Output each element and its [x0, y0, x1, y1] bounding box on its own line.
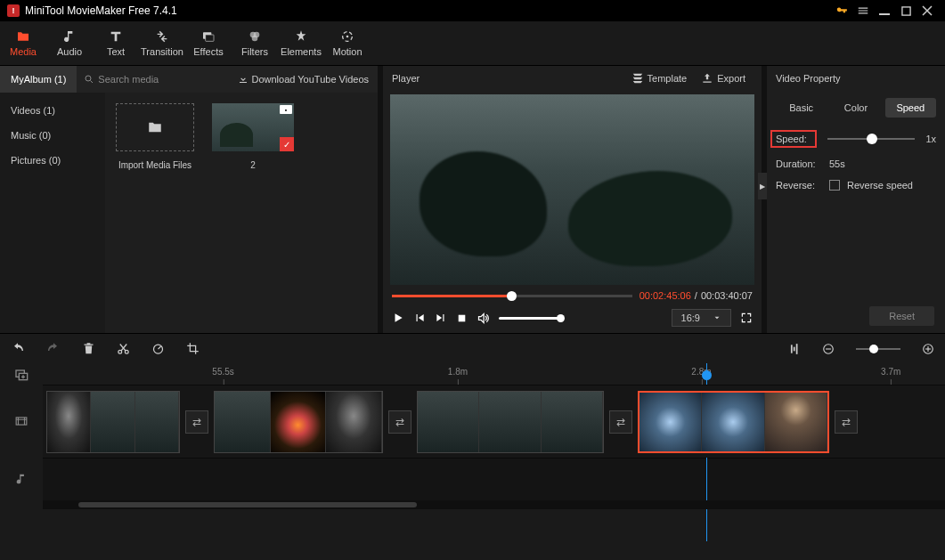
reset-button[interactable]: Reset: [869, 306, 934, 326]
speed-slider[interactable]: [827, 138, 915, 140]
timeline-clip[interactable]: [214, 391, 383, 453]
player-seekbar[interactable]: [392, 295, 632, 297]
svg-rect-16: [796, 344, 798, 354]
tab-transition[interactable]: Transition: [139, 21, 185, 65]
collapse-panel-button[interactable]: ▶: [758, 173, 767, 199]
player-title: Player: [392, 73, 420, 84]
template-icon: [631, 72, 644, 85]
aspect-ratio-select[interactable]: 16:9: [672, 309, 731, 327]
tab-effects[interactable]: Effects: [185, 21, 232, 65]
svg-rect-10: [459, 314, 466, 321]
prop-tab-color[interactable]: Color: [830, 98, 881, 118]
svg-rect-1: [901, 6, 909, 14]
volume-slider[interactable]: [499, 317, 561, 320]
tab-audio[interactable]: Audio: [46, 21, 93, 65]
tab-filters[interactable]: Filters: [232, 21, 278, 65]
transition-button[interactable]: ⇄: [185, 410, 208, 434]
search-icon: [84, 74, 94, 85]
property-title: Video Property: [776, 73, 841, 84]
folder-icon: [145, 119, 165, 135]
tab-media-label: Media: [10, 46, 37, 57]
speed-tool-button[interactable]: [151, 342, 165, 355]
media-panel: MyAlbum (1) Search media Download YouTub…: [0, 66, 378, 333]
audio-track[interactable]: [43, 458, 945, 500]
video-track[interactable]: ⇄ ⇄ ⇄ ⇄: [43, 385, 945, 458]
speed-value: 1x: [925, 134, 936, 144]
svg-rect-0: [879, 13, 890, 15]
download-youtube-link[interactable]: Download YouTube Videos: [229, 74, 379, 85]
prop-tab-speed[interactable]: Speed: [885, 98, 936, 118]
zoom-out-button[interactable]: [822, 343, 835, 355]
volume-icon[interactable]: [477, 312, 490, 325]
transition-button[interactable]: ⇄: [835, 410, 858, 434]
player-preview[interactable]: [390, 94, 754, 285]
export-button[interactable]: Export: [694, 72, 753, 85]
audio-mixer-icon[interactable]: [788, 343, 801, 355]
tab-text[interactable]: Text: [93, 21, 139, 65]
import-media-tile[interactable]: Import Media Files: [116, 103, 194, 170]
crop-button[interactable]: [186, 342, 200, 355]
maximize-button[interactable]: [895, 2, 916, 20]
audio-track-header[interactable]: [0, 458, 43, 500]
split-button[interactable]: [117, 342, 130, 355]
check-icon: ✓: [280, 137, 294, 151]
app-logo: !: [7, 4, 20, 17]
property-panel: ▶ Video Property Basic Color Speed Speed…: [767, 66, 945, 333]
video-badge-icon: ▪: [280, 105, 292, 114]
zoom-slider[interactable]: [856, 348, 900, 350]
add-track-button[interactable]: [0, 363, 43, 385]
svg-rect-21: [927, 346, 928, 352]
sidebar-item-videos[interactable]: Videos (1): [0, 98, 105, 123]
app-title: MiniTool MovieMaker Free 7.4.1: [25, 4, 177, 17]
sidebar-item-music[interactable]: Music (0): [0, 123, 105, 148]
tab-elements[interactable]: Elements: [278, 21, 324, 65]
svg-rect-15: [794, 346, 795, 351]
svg-point-9: [86, 76, 91, 81]
play-button[interactable]: [392, 312, 404, 324]
video-track-header[interactable]: [0, 385, 43, 458]
svg-rect-3: [206, 35, 214, 41]
timeline-clip[interactable]: [46, 391, 180, 453]
tab-text-label: Text: [107, 46, 125, 57]
prop-tab-basic[interactable]: Basic: [776, 98, 827, 118]
zoom-in-button[interactable]: [922, 343, 934, 355]
media-clip[interactable]: ▪ ✓ 2: [212, 103, 294, 170]
transition-button[interactable]: ⇄: [388, 410, 411, 434]
reverse-checkbox[interactable]: [829, 180, 840, 191]
minimize-button[interactable]: [874, 2, 895, 20]
main-tabs: Media Audio Text Transition Effects Filt…: [0, 21, 945, 66]
fullscreen-button[interactable]: [740, 312, 753, 324]
next-frame-button[interactable]: [435, 312, 447, 324]
sidebar-item-pictures[interactable]: Pictures (0): [0, 148, 105, 173]
template-button[interactable]: Template: [624, 72, 695, 85]
stop-button[interactable]: [456, 312, 468, 324]
timeline-clip-selected[interactable]: [638, 391, 829, 453]
titlebar: ! MiniTool MovieMaker Free 7.4.1: [0, 0, 945, 21]
redo-button[interactable]: [46, 342, 61, 356]
album-tab[interactable]: MyAlbum (1): [0, 66, 77, 93]
timeline-clip[interactable]: [417, 391, 604, 453]
speed-label: Speed:: [770, 130, 817, 148]
svg-point-8: [346, 36, 349, 38]
undo-button[interactable]: [11, 342, 25, 356]
prev-frame-button[interactable]: [413, 312, 426, 324]
delete-button[interactable]: [82, 342, 95, 355]
media-sidebar: Videos (1) Music (0) Pictures (0): [0, 93, 105, 333]
search-input[interactable]: Search media: [77, 74, 228, 85]
time-current: 00:02:45:06: [640, 290, 691, 301]
timeline-scrollbar[interactable]: [43, 500, 945, 509]
transition-button[interactable]: ⇄: [609, 410, 632, 434]
reverse-check-label: Reverse speed: [847, 180, 913, 191]
export-icon: [701, 72, 713, 85]
tab-motion[interactable]: Motion: [324, 21, 371, 65]
close-button[interactable]: [916, 2, 938, 20]
timeline-ruler[interactable]: 55.5s 1.8m 2.8m 3.7m: [43, 363, 945, 385]
timeline: 55.5s 1.8m 2.8m 3.7m ⇄ ⇄: [0, 363, 945, 560]
time-total: 00:03:40:07: [701, 290, 753, 301]
tab-media[interactable]: Media: [0, 21, 46, 65]
license-key-icon[interactable]: [831, 2, 852, 20]
svg-rect-18: [826, 348, 831, 349]
tab-elements-label: Elements: [281, 46, 322, 57]
menu-icon[interactable]: [852, 2, 874, 20]
download-icon: [238, 74, 248, 85]
